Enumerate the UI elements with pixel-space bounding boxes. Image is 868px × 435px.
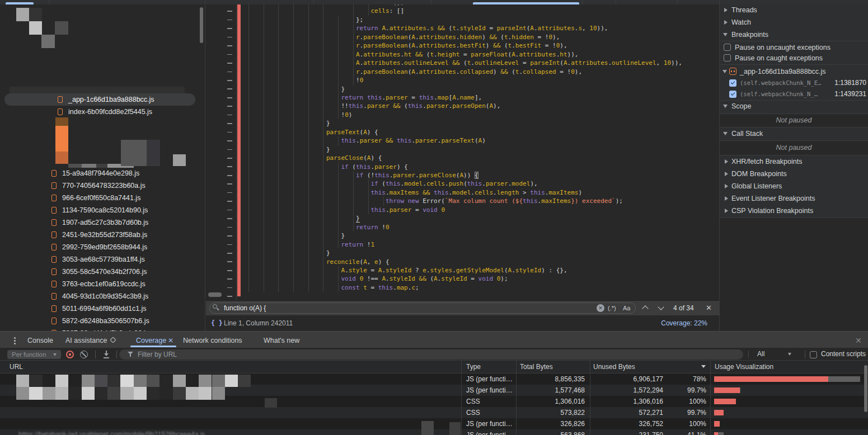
code-line: return A.attributes.s && (t.styleId = pa… xyxy=(356,24,608,32)
code-line: this.maxItems && this.model.cells.length… xyxy=(371,188,583,197)
file-item[interactable]: 4045-93d1c0b9d354c3b9.js xyxy=(62,290,148,302)
column-divider xyxy=(710,360,711,435)
clear-search-icon[interactable]: ✕ xyxy=(597,304,604,312)
drawer-menu-icon[interactable] xyxy=(14,337,16,339)
sidebar-item-event-listener-breakpoints[interactable]: Event Listener Breakpoints xyxy=(731,192,815,205)
collapse-icon[interactable] xyxy=(723,132,728,135)
file-item[interactable]: 5011-6994a6f9b60dd1c1.js xyxy=(62,302,147,315)
drawer-tab-ai-assistance[interactable]: AI assistance xyxy=(65,334,107,348)
file-item[interactable]: 1134-7590ca8c52014b90.js xyxy=(62,204,148,216)
expand-icon[interactable] xyxy=(724,8,728,12)
expand-icon[interactable] xyxy=(724,20,728,25)
collapse-icon[interactable] xyxy=(723,33,728,36)
pretty-print-icon[interactable]: { } xyxy=(211,315,223,331)
breakpoint-group-file[interactable]: _app-1c66d1ba9a888bcc.js xyxy=(740,65,826,78)
usage-bar-unused xyxy=(714,410,724,415)
file-item[interactable]: index-6b09fcdd8e2f5445.js xyxy=(68,106,152,118)
expand-icon[interactable] xyxy=(725,159,728,164)
cell-unused-bytes: 572,271 xyxy=(596,407,663,418)
collapse-icon[interactable] xyxy=(723,105,728,108)
code-line: !!this.parser && (this.parser.parseOpen(… xyxy=(341,102,501,110)
file-item[interactable]: 2992-759ed9bf2658b944.js xyxy=(62,241,147,253)
breakpoint-label[interactable]: (self.webpackChunk_N_E… xyxy=(740,77,821,89)
tab-separator xyxy=(616,0,616,4)
sidebar-item-breakpoints[interactable]: Breakpoints xyxy=(731,29,768,41)
pause-checkbox[interactable] xyxy=(724,54,731,62)
usage-bar-unused xyxy=(714,387,740,393)
expand-icon[interactable] xyxy=(725,209,728,213)
file-item[interactable]: _app-1c66d1ba9a888bcc.js xyxy=(68,93,154,106)
close-drawer-button[interactable]: ✕ xyxy=(855,334,862,348)
column-header-type[interactable]: Type xyxy=(466,360,481,373)
breakpoint-checkbox[interactable] xyxy=(729,79,736,87)
coverage-link[interactable]: Coverage: 22% xyxy=(661,315,707,331)
sidebar-section-call-stack[interactable]: Call Stack xyxy=(731,127,763,140)
file-item[interactable]: 15-a9a48f7944e0e298.js xyxy=(62,167,139,179)
collapse-icon[interactable] xyxy=(722,70,727,73)
redacted-block xyxy=(55,126,68,152)
clear-button[interactable] xyxy=(80,351,88,358)
sidebar-section-scope[interactable]: Scope xyxy=(731,100,751,112)
content-scripts-checkbox[interactable] xyxy=(810,351,817,358)
cell-type: JS (per functi… xyxy=(466,385,513,396)
toolbar-separator xyxy=(748,351,749,358)
redacted-url-block xyxy=(421,421,434,435)
cell-type: CSS xyxy=(466,407,480,418)
file-item[interactable]: 1907-ad5c27c3b3b7d60b.js xyxy=(62,216,148,229)
file-item[interactable]: 3053-ae68c57739ba1ff4.js xyxy=(62,253,145,266)
regex-toggle[interactable]: (.*) xyxy=(608,301,616,315)
column-header-usage-visualization[interactable]: Usage Visualization xyxy=(715,360,773,373)
file-item[interactable]: 770-740564783223b60a.js xyxy=(62,179,146,192)
table-row[interactable] xyxy=(0,418,868,429)
toolbar-separator xyxy=(95,351,96,358)
cell-unused-pct: 99.7% xyxy=(667,385,706,396)
expand-icon[interactable] xyxy=(725,196,728,201)
usage-bar-unused xyxy=(714,432,718,435)
sidebar-item-watch[interactable]: Watch xyxy=(731,16,751,29)
redacted-url-block xyxy=(159,375,172,387)
sidebar-item-global-listeners[interactable]: Global Listeners xyxy=(731,180,782,192)
navigator-scrollbar-thumb[interactable] xyxy=(200,7,203,43)
file-item[interactable]: 3055-58c5470e34b2f706.js xyxy=(62,266,147,278)
match-case-toggle[interactable]: Aa xyxy=(623,301,630,315)
redacted-url-block xyxy=(199,387,212,400)
cell-total-bytes: 1,306,016 xyxy=(518,396,585,407)
sidebar-item-csp-violation-breakpoints[interactable]: CSP Violation Breakpoints xyxy=(731,205,813,217)
line-number-dashes xyxy=(227,4,232,301)
previous-match-button[interactable] xyxy=(642,305,648,311)
drawer-tab-network-conditions[interactable]: Network conditions xyxy=(183,334,242,348)
code-line: } xyxy=(341,85,345,93)
sidebar-item-dom-breakpoints[interactable]: DOM Breakpoints xyxy=(731,168,787,180)
column-header-unused-bytes[interactable]: Unused Bytes xyxy=(593,360,635,373)
code-line: if (!this.parser.parseClose(A)) { xyxy=(356,171,478,179)
code-line: return this.parser = this.map[A.name], xyxy=(341,93,482,102)
next-match-button[interactable] xyxy=(658,304,664,310)
breakpoint-label[interactable]: (self.webpackChunk_N_… xyxy=(740,88,818,100)
expand-icon[interactable] xyxy=(725,172,728,176)
expand-icon[interactable] xyxy=(725,184,728,188)
sidebar-item-threads[interactable]: Threads xyxy=(731,4,757,16)
editor-hscrollbar-thumb[interactable] xyxy=(208,292,222,297)
drawer-tab-console[interactable]: Console xyxy=(27,334,53,348)
file-item[interactable]: 5872-d6248ba3506507b6.js xyxy=(62,315,149,327)
filter-input[interactable] xyxy=(119,349,743,360)
file-item[interactable]: 2451-9e32b55d273f58ab.js xyxy=(62,229,147,241)
table-row[interactable] xyxy=(0,407,868,418)
indent-guide xyxy=(368,4,369,16)
code-editor[interactable]: max: e(),cells: []};return A.attributes.… xyxy=(206,4,720,301)
record-button[interactable] xyxy=(66,351,74,358)
file-item[interactable]: 966-6cef0f650c8a7441.js xyxy=(62,192,140,204)
close-search-button[interactable]: ✕ xyxy=(706,301,712,315)
search-input[interactable] xyxy=(209,302,636,314)
drawer-scrollbar-thumb[interactable] xyxy=(864,365,867,412)
column-header-url[interactable]: URL xyxy=(10,360,23,373)
cell-total-bytes: 1,577,468 xyxy=(518,385,585,396)
column-header-total-bytes[interactable]: Total Bytes xyxy=(520,360,553,373)
sidebar-item-xhr-fetch-breakpoints[interactable]: XHR/fetch Breakpoints xyxy=(731,155,802,168)
drawer-tab-what-s-new[interactable]: What's new xyxy=(264,334,299,348)
file-item[interactable]: 3763-ecbc1ef0a619ccdc.js xyxy=(62,278,146,290)
pause-checkbox[interactable] xyxy=(724,44,731,51)
download-button[interactable] xyxy=(102,351,110,358)
type-filter-dropdown[interactable]: All xyxy=(757,348,764,360)
breakpoint-checkbox[interactable] xyxy=(729,91,736,98)
